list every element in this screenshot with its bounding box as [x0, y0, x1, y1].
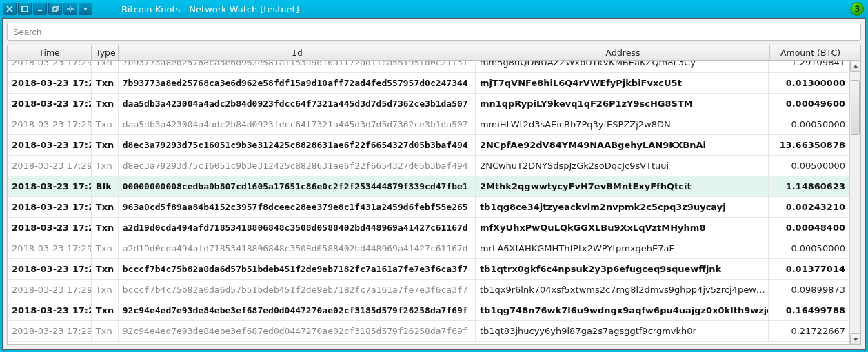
cell-amount: 0.00050000 [769, 238, 849, 258]
cell-id: bcccf7b4c75b82a0da6d57b51bdeb451f2de9eb7… [119, 259, 476, 279]
cell-time: 2018-03-23 17:29 [8, 176, 92, 196]
column-header-amount[interactable]: Amount (BTC) [770, 45, 851, 60]
cell-amount: 0.00049600 [769, 94, 849, 114]
table-row[interactable]: 2018-03-23 17:29Txn7b93773a8ed25768ca3e6… [8, 61, 849, 73]
cell-address: tb1qg8ce34jtzyeackvlm2nvpmk2c5cpq3z9uyca… [476, 197, 769, 217]
cell-id: 92c94e4ed7e93de84ebe3ef687ed0d0447270ae0… [119, 321, 476, 341]
column-header-id[interactable]: Id [119, 45, 476, 60]
cell-type: Txn [92, 61, 119, 72]
cell-time: 2018-03-23 17:29 [8, 73, 92, 93]
table-row[interactable]: 2018-03-23 17:29Txn92c94e4ed7e93de84ebe3… [8, 321, 849, 342]
table-row[interactable]: 2018-03-23 17:29Txna2d19d0cda494afd71853… [8, 218, 849, 238]
table-row[interactable]: 2018-03-23 17:29Blk00000000008cedba0b807… [8, 176, 849, 197]
cell-address: mn1qpRypiLY9kevq1qF26P1zY9scHG8STM [476, 94, 769, 114]
cell-time: 2018-03-23 17:29 [8, 156, 92, 176]
cell-id: d8ec3a79293d75c16051c9b3e312425c8828631a… [119, 156, 476, 176]
settings-button[interactable] [63, 3, 77, 15]
cell-id: 92c94e4ed7e93de84ebe3ef687ed0d0447270ae0… [119, 300, 476, 320]
cell-type: Txn [92, 218, 119, 238]
table-row[interactable]: 2018-03-23 17:29Txna2d19d0cda494afd71853… [8, 238, 849, 259]
window-content: Time Type Id Address Amount (BTC) 2018-0… [2, 18, 866, 350]
table-row[interactable]: 2018-03-23 17:29Txn963a0cd5f89aa84b4152c… [8, 197, 849, 218]
restore-button[interactable] [48, 3, 62, 15]
svg-rect-3 [54, 6, 58, 10]
cell-type: Txn [92, 94, 119, 114]
cell-amount: 0.09899873 [769, 280, 849, 300]
table-row[interactable]: 2018-03-23 17:29Txn92c94e4ed7e93de84ebe3… [8, 300, 849, 321]
cell-amount: 13.66350878 [769, 135, 849, 155]
scroll-down-button[interactable] [850, 333, 860, 344]
cell-address: tb1qg748n76wk7l6u9wdngx9aqfw6pu4uajgz0x0… [476, 300, 769, 320]
cell-amount: 0.21722667 [769, 321, 849, 341]
svg-rect-2 [52, 8, 57, 12]
cell-time: 2018-03-23 17:29 [8, 280, 92, 300]
column-header-time[interactable]: Time [8, 45, 92, 60]
table-row[interactable]: 2018-03-23 17:29Txnbcccf7b4c75b82a0da6d5… [8, 280, 849, 300]
cell-type: Txn [92, 280, 119, 300]
table-row[interactable]: 2018-03-23 17:29Txnd8ec3a79293d75c16051c… [8, 135, 849, 156]
bitcoin-knots-icon: ₿ [850, 2, 864, 16]
cell-address: mrLA6XfAHKGMHThfPtx2WPYfpmxgehE7aF [476, 238, 769, 258]
cell-time: 2018-03-23 17:29 [8, 114, 92, 134]
column-header-address[interactable]: Address [476, 45, 770, 60]
cell-type: Txn [92, 238, 119, 258]
cell-id: 7b93773a8ed25768ca3e6d962e581a1153a9d10a… [119, 61, 476, 72]
scroll-up-button[interactable] [850, 61, 860, 72]
cell-time: 2018-03-23 17:29 [8, 61, 92, 72]
cell-time: 2018-03-23 17:29 [8, 238, 92, 258]
cell-time: 2018-03-23 17:29 [8, 259, 92, 279]
cell-address: mm5g8uQDNUAZZWxbUTkVKMBEaKZQm8L3Cy [476, 61, 769, 72]
cell-time: 2018-03-23 17:29 [8, 321, 92, 341]
dropdown-button[interactable] [79, 3, 92, 15]
cell-address: 2NCwhuT2DNYSdspJzGk2soDqcJc9sVTtuui [476, 156, 769, 176]
search-input[interactable] [7, 23, 861, 41]
maximize-button[interactable] [18, 3, 32, 15]
cell-id: bcccf7b4c75b82a0da6d57b51bdeb451f2de9eb7… [119, 280, 476, 300]
cell-address: tb1qtrx0gkf6c4npsuk2y3p6efugceq9squewffj… [476, 259, 769, 279]
cell-time: 2018-03-23 17:29 [8, 218, 92, 238]
cell-id: a2d19d0cda494afd71853418806848c3508d0588… [119, 218, 476, 238]
svg-point-4 [69, 8, 72, 10]
cell-type: Txn [92, 321, 119, 341]
cell-type: Blk [92, 176, 119, 196]
cell-address: 2Mthk2qgwwtycyFvH7evBMntExyFfhQtcit [476, 176, 769, 196]
cell-type: Txn [92, 197, 119, 217]
cell-amount: 0.16499788 [769, 300, 849, 320]
cell-type: Txn [92, 73, 119, 93]
close-button[interactable] [3, 3, 17, 15]
table-row[interactable]: 2018-03-23 17:29Txndaa5db3a423004a4adc2b… [8, 94, 849, 114]
cell-id: 7b93773a8ed25768ca3e6d962e58fdf15a9d10af… [119, 73, 476, 93]
window-titlebar: Bitcoin Knots - Network Watch [testnet] … [0, 0, 868, 18]
table-row[interactable]: 2018-03-23 17:29Txnbcccf7b4c75b82a0da6d5… [8, 259, 849, 280]
svg-rect-0 [22, 6, 28, 12]
cell-time: 2018-03-23 17:29 [8, 197, 92, 217]
cell-address: mfXyUhxPwQuLQkGGXLBu9XxLqVztMHyhm8 [476, 218, 769, 238]
cell-amount: 0.01377014 [769, 259, 849, 279]
cell-type: Txn [92, 300, 119, 320]
cell-amount: 1.29109841 [769, 61, 849, 72]
table-body: 2018-03-23 17:29Txn7b93773a8ed25768ca3e6… [8, 61, 860, 344]
cell-amount: 0.00243210 [769, 197, 849, 217]
cell-amount: 0.00048400 [769, 218, 849, 238]
cell-id: a2d19d0cda494afd71853418806848c3508d0588… [119, 238, 476, 258]
column-header-type[interactable]: Type [92, 45, 119, 60]
cell-time: 2018-03-23 17:29 [8, 135, 92, 155]
cell-address: tb1qx9r6lnk704xsf5xtwms2c7mg8l2dmvs9ghpp… [476, 280, 769, 300]
cell-type: Txn [92, 259, 119, 279]
cell-amount: 0.01300000 [769, 73, 849, 93]
table-row[interactable]: 2018-03-23 17:29Txnd8ec3a79293d75c16051c… [8, 156, 849, 176]
cell-id: daa5db3a423004a4adc2b84d0923fdcc64f7321a… [119, 114, 476, 134]
table-row[interactable]: 2018-03-23 17:29Txndaa5db3a423004a4adc2b… [8, 114, 849, 135]
cell-id: 963a0cd5f89aa84b4152c3957f8dceec28ee379e… [119, 197, 476, 217]
search-wrap [3, 19, 865, 45]
cell-amount: 0.00500000 [769, 156, 849, 176]
scrollbar-track[interactable] [850, 72, 860, 333]
cell-time: 2018-03-23 17:29 [8, 300, 92, 320]
scrollbar-thumb[interactable] [851, 80, 860, 135]
table-row[interactable]: 2018-03-23 17:29Txn7b93773a8ed25768ca3e6… [8, 73, 849, 94]
vertical-scrollbar[interactable] [849, 61, 860, 344]
cell-time: 2018-03-23 17:29 [8, 94, 92, 114]
minimize-button[interactable] [33, 3, 47, 15]
cell-address: mmiHLWt2d3sAEicBb7Pq3yfESPZZj2w8DN [476, 114, 769, 134]
cell-type: Txn [92, 135, 119, 155]
